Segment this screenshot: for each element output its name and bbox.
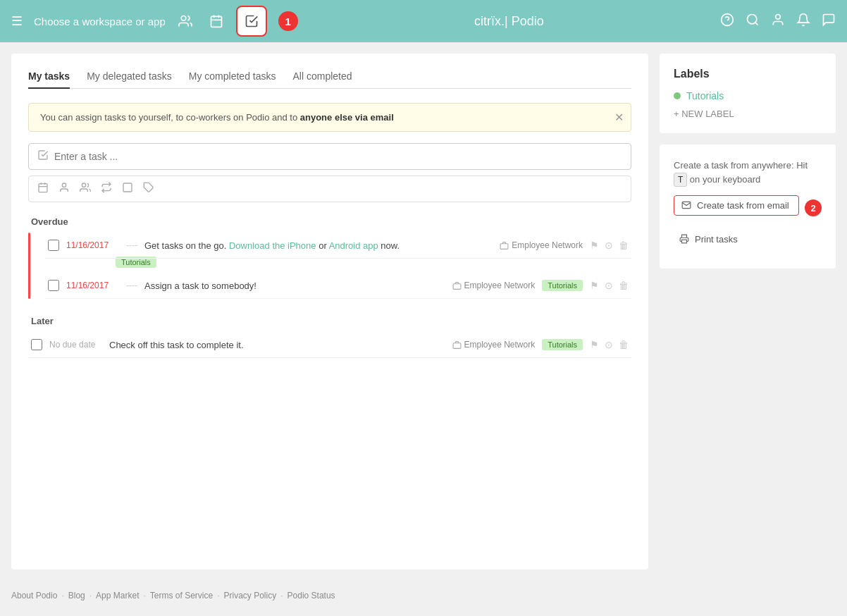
banner-close[interactable]: ✕	[614, 111, 624, 124]
task-workspace: Employee Network	[452, 281, 536, 290]
task-text: Check off this task to complete it.	[109, 340, 445, 350]
table-row: 11/16/2017 ---- Get tasks on the go. Dow…	[45, 233, 631, 259]
svg-point-0	[181, 16, 186, 21]
key-badge: T	[674, 173, 687, 187]
task-action-delete[interactable]: 🗑	[619, 280, 629, 291]
footer-about[interactable]: About Podio	[11, 591, 57, 600]
task-workspace: Employee Network	[452, 340, 536, 350]
task-workspace: Employee Network	[500, 240, 583, 250]
task-dash: ----	[126, 240, 137, 250]
svg-line-8	[755, 22, 758, 25]
list-item[interactable]: Tutorials	[674, 90, 822, 101]
banner-text: You can assign tasks to yourself, to co-…	[40, 112, 394, 123]
table-row: 11/16/2017 ---- Assign a task to somebod…	[45, 273, 631, 299]
svg-point-7	[748, 14, 757, 23]
workspace-label[interactable]: Choose a workspace or app	[34, 16, 166, 27]
svg-point-15	[82, 183, 85, 187]
task-action-flag[interactable]: ⚑	[590, 339, 599, 350]
bell-icon[interactable]	[796, 13, 810, 30]
task-text: Get tasks on the go. Download the iPhone…	[144, 240, 493, 251]
task-button[interactable]	[236, 6, 267, 37]
task-text: Assign a task to somebody!	[144, 281, 445, 291]
footer-tos[interactable]: Terms of Service	[150, 591, 213, 600]
task-actions: ⚑ ⊙ 🗑	[590, 280, 629, 291]
task-tag[interactable]: Tutorials	[542, 280, 583, 291]
tab-all-completed[interactable]: All completed	[293, 70, 352, 89]
task-input-wrap	[28, 143, 631, 170]
task-action-flag[interactable]: ⚑	[590, 240, 599, 251]
label-dot	[674, 92, 681, 99]
toolbar-calendar[interactable]	[37, 182, 49, 196]
svg-rect-16	[123, 183, 132, 192]
task-input-icon	[37, 149, 49, 164]
toolbar-tag[interactable]	[143, 182, 154, 196]
search-icon[interactable]	[746, 13, 760, 30]
calendar-icon[interactable]	[205, 10, 228, 32]
footer-privacy[interactable]: Privacy Policy	[224, 591, 277, 600]
tab-delegated[interactable]: My delegated tasks	[87, 70, 172, 89]
task-date: 11/16/2017	[66, 281, 119, 290]
overdue-task-list: 11/16/2017 ---- Get tasks on the go. Dow…	[28, 233, 631, 299]
footer: About Podio · Blog · App Market · Terms …	[0, 581, 847, 610]
toolbar-repeat[interactable]	[101, 182, 112, 196]
workspace-name: Employee Network	[464, 281, 536, 290]
contacts-icon[interactable]	[174, 10, 197, 32]
table-row: No due date Check off this task to compl…	[28, 332, 631, 358]
hamburger-icon[interactable]: ☰	[11, 13, 23, 29]
user-icon[interactable]	[771, 13, 785, 30]
toolbar-person[interactable]	[58, 182, 70, 196]
right-panel: Labels Tutorials + NEW LABEL Create a ta…	[660, 54, 836, 569]
label-name: Tutorials	[686, 90, 724, 101]
main-layout: My tasks My delegated tasks My completed…	[0, 42, 847, 581]
svg-rect-19	[453, 283, 461, 289]
android-link[interactable]: Android app	[329, 240, 378, 251]
print-tasks-label: Print tasks	[695, 234, 738, 245]
task-checkbox[interactable]	[31, 339, 42, 350]
task-checkbox[interactable]	[48, 280, 59, 291]
toolbar-box[interactable]	[122, 182, 133, 196]
topnav-right-icons	[720, 13, 836, 30]
task-action-clock[interactable]: ⊙	[605, 280, 613, 291]
footer-appmarket[interactable]: App Market	[96, 591, 139, 600]
info-banner: You can assign tasks to yourself, to co-…	[28, 103, 631, 132]
iphone-link[interactable]: Download the iPhone	[229, 240, 316, 251]
task-input[interactable]	[54, 151, 622, 162]
workspace-name: Employee Network	[464, 340, 536, 350]
overdue-border	[28, 233, 30, 299]
overdue-header: Overdue	[28, 216, 631, 227]
task-dash: ----	[126, 281, 137, 290]
task-actions: ⚑ ⊙ 🗑	[590, 339, 629, 350]
action-badge-2: 2	[805, 199, 822, 216]
task-badge: 1	[278, 11, 298, 31]
create-task-email-button[interactable]: Create task from email	[674, 195, 799, 216]
print-tasks-button[interactable]: Print tasks	[674, 230, 822, 249]
svg-point-14	[62, 183, 66, 187]
help-icon[interactable]	[720, 13, 734, 30]
task-date: No due date	[49, 340, 102, 350]
tab-my-tasks[interactable]: My tasks	[28, 70, 70, 89]
new-label-button[interactable]: + NEW LABEL	[674, 109, 822, 119]
task-action-delete[interactable]: 🗑	[619, 339, 629, 350]
create-email-label: Create task from email	[697, 200, 789, 211]
task-tag[interactable]: Tutorials	[542, 339, 583, 350]
task-checkbox[interactable]	[48, 240, 59, 251]
task-action-delete[interactable]: 🗑	[619, 240, 629, 251]
tasks-panel: My tasks My delegated tasks My completed…	[11, 54, 648, 569]
svg-rect-18	[500, 243, 508, 249]
task-date: 11/16/2017	[66, 240, 119, 250]
tasks-tabs: My tasks My delegated tasks My completed…	[28, 70, 631, 89]
topnav: ☰ Choose a workspace or app 1 citrïx.| P…	[0, 0, 847, 42]
task-action-clock[interactable]: ⊙	[605, 339, 613, 350]
later-header: Later	[28, 316, 631, 326]
task-action-clock[interactable]: ⊙	[605, 240, 613, 251]
toolbar-group[interactable]	[80, 182, 91, 196]
task-action-flag[interactable]: ⚑	[590, 280, 599, 291]
task-actions: ⚑ ⊙ 🗑	[590, 240, 629, 251]
actions-card: Create a task from anywhere: Hit T on yo…	[660, 144, 836, 269]
tab-completed[interactable]: My completed tasks	[189, 70, 276, 89]
svg-point-9	[776, 14, 781, 19]
svg-rect-10	[39, 184, 47, 192]
footer-blog[interactable]: Blog	[68, 591, 85, 600]
chat-icon[interactable]	[822, 13, 836, 30]
footer-status[interactable]: Podio Status	[288, 591, 335, 600]
